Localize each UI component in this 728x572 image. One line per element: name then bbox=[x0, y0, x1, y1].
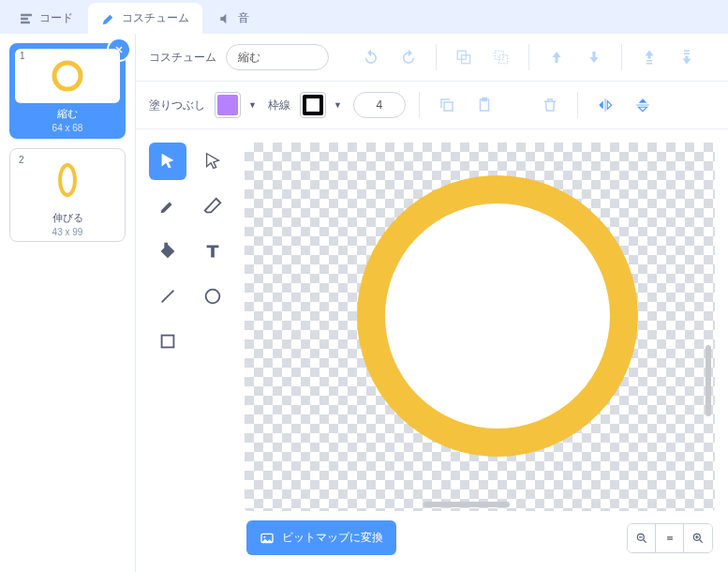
rect-tool[interactable] bbox=[149, 323, 186, 360]
zoom-out-button[interactable] bbox=[628, 524, 656, 552]
reshape-icon bbox=[202, 151, 223, 172]
brush-icon bbox=[101, 11, 116, 26]
sound-icon bbox=[217, 11, 232, 26]
front-button[interactable] bbox=[635, 43, 663, 71]
separator bbox=[528, 44, 529, 70]
tab-costumes[interactable]: コスチューム bbox=[88, 3, 202, 34]
fill-label: 塗りつぶし bbox=[149, 98, 205, 113]
costume-preview: 2 bbox=[14, 153, 121, 207]
costume-name-label: 縮む bbox=[15, 107, 120, 121]
cursor-icon bbox=[157, 151, 178, 172]
select-tool[interactable] bbox=[149, 143, 186, 180]
svg-line-24 bbox=[643, 539, 646, 542]
fill-tool[interactable] bbox=[149, 233, 186, 270]
costume-thumb-2[interactable]: 2 伸びる 43 x 99 bbox=[9, 148, 126, 242]
trash-icon bbox=[542, 97, 558, 113]
fill-swatch[interactable]: ▼ bbox=[215, 92, 259, 118]
convert-bitmap-button[interactable]: ビットマップに変換 bbox=[246, 520, 396, 555]
text-icon bbox=[202, 241, 223, 262]
separator bbox=[621, 44, 622, 70]
delete-button[interactable] bbox=[536, 91, 564, 119]
outline-dropdown-caret[interactable]: ▼ bbox=[332, 100, 344, 110]
svg-point-4 bbox=[60, 165, 75, 195]
costume-name-input[interactable] bbox=[226, 44, 329, 70]
backward-button[interactable] bbox=[580, 43, 608, 71]
svg-rect-12 bbox=[684, 53, 690, 55]
svg-point-3 bbox=[54, 63, 81, 89]
tab-sounds-label: 音 bbox=[238, 10, 249, 26]
forward-button[interactable] bbox=[542, 43, 571, 71]
undo-icon bbox=[363, 49, 379, 66]
main-area: 1 縮む 64 x 68 2 伸びる 43 x 99 コスチューム bbox=[0, 34, 728, 572]
svg-point-19 bbox=[206, 290, 220, 304]
zoom-reset-icon bbox=[663, 532, 676, 545]
eraser-tool[interactable] bbox=[194, 188, 231, 225]
costume-preview: 1 bbox=[15, 49, 120, 103]
text-tool[interactable] bbox=[194, 233, 231, 270]
square-icon bbox=[157, 331, 178, 352]
circle-tool[interactable] bbox=[194, 278, 231, 315]
tab-bar: コード コスチューム 音 bbox=[0, 0, 728, 34]
flip-v-icon bbox=[634, 97, 651, 113]
svg-rect-1 bbox=[21, 17, 28, 20]
svg-rect-10 bbox=[646, 63, 652, 65]
tab-costumes-label: コスチューム bbox=[122, 10, 189, 26]
fill-dropdown-caret[interactable]: ▼ bbox=[246, 100, 259, 110]
outline-label: 枠線 bbox=[268, 98, 290, 113]
back-button[interactable] bbox=[673, 43, 701, 71]
group-button[interactable] bbox=[450, 43, 478, 71]
zoom-reset-button[interactable] bbox=[656, 524, 684, 552]
line-tool[interactable] bbox=[149, 278, 186, 315]
front-icon bbox=[641, 49, 658, 66]
zoom-in-button[interactable] bbox=[684, 524, 712, 552]
back-icon bbox=[678, 49, 695, 66]
vertical-scrollbar[interactable] bbox=[706, 345, 711, 416]
redo-button[interactable] bbox=[394, 43, 423, 71]
redo-icon bbox=[400, 49, 417, 66]
costume-list: 1 縮む 64 x 68 2 伸びる 43 x 99 bbox=[0, 34, 136, 572]
separator bbox=[436, 44, 437, 70]
brush-tool[interactable] bbox=[149, 188, 186, 225]
costume-number: 2 bbox=[19, 155, 24, 165]
ring-shape[interactable] bbox=[357, 175, 638, 457]
convert-bitmap-label: ビットマップに変換 bbox=[282, 530, 383, 546]
zoom-controls bbox=[627, 523, 713, 553]
outline-width-input[interactable] bbox=[353, 92, 406, 118]
zoom-in-icon bbox=[691, 532, 705, 545]
svg-line-29 bbox=[700, 539, 703, 542]
tab-code[interactable]: コード bbox=[6, 3, 86, 34]
canvas-area: ビットマップに変換 bbox=[136, 129, 728, 572]
ungroup-button[interactable] bbox=[487, 43, 515, 71]
drawing-canvas[interactable] bbox=[245, 143, 715, 511]
svg-rect-20 bbox=[162, 336, 174, 348]
line-icon bbox=[157, 286, 178, 307]
copy-button[interactable] bbox=[433, 91, 461, 119]
paste-button[interactable] bbox=[470, 91, 498, 119]
costume-editor: コスチューム 塗りつぶし ▼ 枠線 ▼ bbox=[136, 34, 728, 572]
circle-icon bbox=[202, 286, 223, 307]
svg-rect-0 bbox=[21, 13, 32, 16]
flip-vertical-button[interactable] bbox=[629, 91, 657, 119]
image-icon bbox=[260, 531, 275, 546]
flip-horizontal-button[interactable] bbox=[591, 91, 619, 119]
svg-point-22 bbox=[263, 535, 265, 537]
paintbrush-icon bbox=[157, 196, 178, 217]
style-toolbar: 塗りつぶし ▼ 枠線 ▼ bbox=[136, 82, 728, 129]
ellipse-preview-icon bbox=[49, 161, 86, 199]
zoom-out-icon bbox=[635, 532, 648, 545]
costume-size-label: 43 x 99 bbox=[14, 227, 121, 237]
editor-toolbar: コスチューム bbox=[136, 34, 728, 82]
svg-rect-2 bbox=[21, 21, 30, 23]
horizontal-scrollbar[interactable] bbox=[423, 502, 510, 507]
ring-preview-icon bbox=[49, 57, 86, 95]
tab-sounds[interactable]: 音 bbox=[204, 3, 262, 34]
bucket-icon bbox=[157, 241, 178, 262]
undo-button[interactable] bbox=[357, 43, 385, 71]
copy-icon bbox=[438, 97, 455, 113]
outline-swatch[interactable]: ▼ bbox=[300, 92, 344, 118]
reshape-tool[interactable] bbox=[194, 143, 231, 180]
costume-thumb-1[interactable]: 1 縮む 64 x 68 bbox=[9, 43, 126, 139]
svg-rect-13 bbox=[444, 102, 453, 111]
bottom-bar: ビットマップに変換 bbox=[245, 511, 715, 559]
ungroup-icon bbox=[493, 49, 510, 66]
